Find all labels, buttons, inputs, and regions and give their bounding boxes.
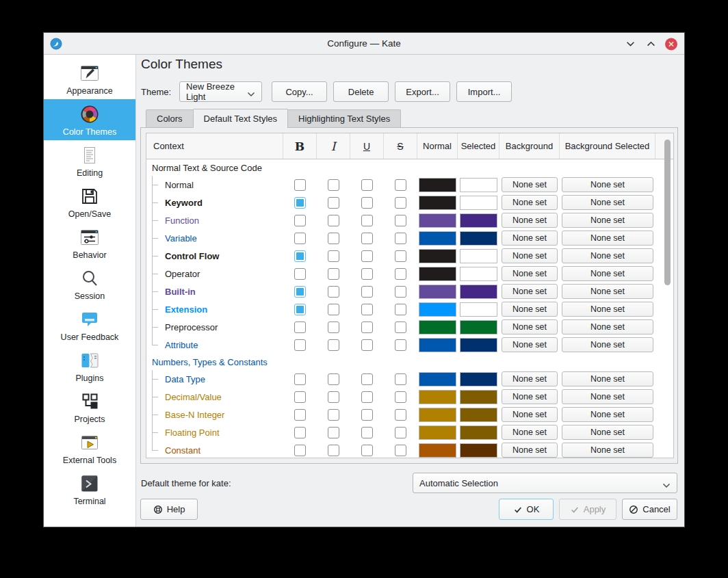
selected-color-swatch[interactable] [460, 425, 497, 440]
sidebar-item-behavior[interactable]: Behavior [44, 222, 135, 263]
strikethrough-checkbox[interactable] [395, 391, 406, 403]
tab-highlighting-text-styles[interactable]: Highlighting Text Styles [287, 109, 401, 127]
italic-checkbox[interactable] [328, 233, 339, 244]
bold-checkbox[interactable] [294, 250, 306, 262]
italic-checkbox[interactable] [328, 321, 339, 333]
strikethrough-checkbox[interactable] [395, 268, 406, 280]
background-selected-none-set-button[interactable]: None set [562, 337, 653, 352]
italic-checkbox[interactable] [328, 373, 339, 385]
background-none-set-button[interactable]: None set [502, 177, 558, 192]
cancel-button[interactable]: Cancel [622, 499, 677, 520]
background-selected-none-set-button[interactable]: None set [562, 319, 653, 334]
strikethrough-checkbox[interactable] [395, 233, 406, 244]
underline-checkbox[interactable] [361, 179, 373, 191]
underline-checkbox[interactable] [361, 197, 373, 209]
background-none-set-button[interactable]: None set [502, 319, 558, 334]
minimize-button[interactable] [624, 38, 636, 50]
underline-checkbox[interactable] [361, 445, 373, 456]
normal-color-swatch[interactable] [419, 390, 456, 404]
bold-checkbox[interactable] [294, 321, 306, 333]
copy-button[interactable]: Copy... [272, 81, 327, 102]
bold-checkbox[interactable] [294, 304, 306, 315]
background-selected-none-set-button[interactable]: None set [562, 231, 653, 246]
sidebar-item-plugins[interactable]: Plugins [44, 345, 135, 386]
titlebar[interactable]: Configure — Kate [44, 33, 684, 55]
background-none-set-button[interactable]: None set [502, 425, 558, 440]
selected-color-swatch[interactable] [460, 390, 497, 404]
underline-checkbox[interactable] [361, 215, 373, 226]
normal-color-swatch[interactable] [419, 178, 456, 192]
tab-colors[interactable]: Colors [146, 109, 194, 127]
ok-button[interactable]: OK [499, 499, 554, 520]
column-header-s[interactable]: S [384, 133, 417, 159]
normal-color-swatch[interactable] [419, 372, 456, 386]
underline-checkbox[interactable] [361, 233, 373, 244]
sidebar-item-open-save[interactable]: Open/Save [44, 181, 135, 222]
bold-checkbox[interactable] [294, 427, 306, 438]
selected-color-swatch[interactable] [460, 213, 497, 228]
background-selected-none-set-button[interactable]: None set [562, 248, 653, 263]
background-none-set-button[interactable]: None set [502, 231, 558, 246]
normal-color-swatch[interactable] [419, 302, 456, 317]
underline-checkbox[interactable] [361, 427, 373, 438]
background-selected-none-set-button[interactable]: None set [562, 425, 653, 440]
background-none-set-button[interactable]: None set [502, 248, 558, 263]
underline-checkbox[interactable] [361, 286, 373, 298]
sidebar-item-user-feedback[interactable]: User Feedback [44, 304, 135, 345]
normal-color-swatch[interactable] [419, 425, 456, 440]
strikethrough-checkbox[interactable] [395, 250, 406, 262]
strikethrough-checkbox[interactable] [395, 409, 406, 421]
table-scrollbar[interactable] [664, 140, 671, 285]
theme-select[interactable]: New Breeze Light [179, 81, 262, 102]
column-header-background-selected[interactable]: Background Selected [560, 133, 655, 159]
help-button[interactable]: Help [140, 499, 198, 520]
italic-checkbox[interactable] [328, 427, 339, 438]
underline-checkbox[interactable] [361, 250, 373, 262]
tab-default-text-styles[interactable]: Default Text Styles [193, 109, 288, 128]
export-button[interactable]: Export... [395, 81, 450, 102]
background-none-set-button[interactable]: None set [502, 302, 558, 317]
column-header-i[interactable]: I [317, 133, 350, 159]
selected-color-swatch[interactable] [460, 372, 497, 386]
italic-checkbox[interactable] [328, 409, 339, 421]
selected-color-swatch[interactable] [460, 196, 497, 210]
normal-color-swatch[interactable] [419, 213, 456, 228]
default-theme-select[interactable]: Automatic Selection [413, 473, 677, 493]
sidebar-item-projects[interactable]: Projects [44, 386, 135, 428]
italic-checkbox[interactable] [328, 391, 339, 403]
strikethrough-checkbox[interactable] [395, 445, 406, 456]
bold-checkbox[interactable] [294, 445, 306, 456]
column-header-background[interactable]: Background [499, 133, 560, 159]
selected-color-swatch[interactable] [460, 178, 497, 192]
bold-checkbox[interactable] [294, 197, 306, 209]
background-selected-none-set-button[interactable]: None set [562, 284, 653, 299]
selected-color-swatch[interactable] [460, 338, 497, 352]
normal-color-swatch[interactable] [419, 267, 456, 281]
selected-color-swatch[interactable] [460, 408, 497, 422]
bold-checkbox[interactable] [294, 286, 306, 298]
background-selected-none-set-button[interactable]: None set [562, 266, 653, 281]
background-none-set-button[interactable]: None set [502, 389, 558, 404]
sidebar-item-terminal[interactable]: Terminal [44, 469, 135, 510]
selected-color-swatch[interactable] [460, 267, 497, 281]
normal-color-swatch[interactable] [419, 285, 456, 299]
column-header-context[interactable]: Context [146, 133, 283, 159]
italic-checkbox[interactable] [328, 215, 339, 226]
sidebar-item-color-themes[interactable]: Color Themes [44, 99, 135, 140]
sidebar-item-external-tools[interactable]: External Tools [44, 428, 135, 469]
underline-checkbox[interactable] [361, 391, 373, 403]
background-selected-none-set-button[interactable]: None set [562, 213, 653, 228]
background-selected-none-set-button[interactable]: None set [562, 195, 653, 210]
background-selected-none-set-button[interactable]: None set [562, 407, 653, 422]
normal-color-swatch[interactable] [419, 443, 456, 458]
bold-checkbox[interactable] [294, 215, 306, 226]
strikethrough-checkbox[interactable] [395, 215, 406, 226]
column-header-b[interactable]: B [283, 133, 317, 159]
normal-color-swatch[interactable] [419, 231, 456, 246]
background-none-set-button[interactable]: None set [502, 266, 558, 281]
bold-checkbox[interactable] [294, 268, 306, 280]
italic-checkbox[interactable] [328, 197, 339, 209]
background-none-set-button[interactable]: None set [502, 195, 558, 210]
import-button[interactable]: Import... [456, 81, 512, 102]
italic-checkbox[interactable] [328, 179, 339, 191]
